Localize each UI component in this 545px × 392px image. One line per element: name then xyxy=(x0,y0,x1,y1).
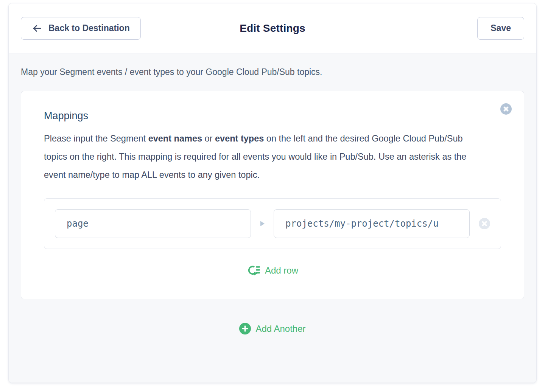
mappings-description: Please input the Segment event names or … xyxy=(44,129,485,184)
panel-body: Map your Segment events / event types to… xyxy=(9,53,536,383)
maps-to-arrow-icon xyxy=(251,220,274,227)
panel-header: Back to Destination Edit Settings Save xyxy=(9,3,536,53)
back-to-destination-button[interactable]: Back to Destination xyxy=(21,17,141,40)
add-row-button[interactable]: Add row xyxy=(247,265,298,276)
add-another-label: Add Another xyxy=(255,324,305,334)
add-row-container: Add row xyxy=(44,265,501,276)
topic-input[interactable] xyxy=(274,209,470,238)
mappings-title: Mappings xyxy=(44,110,501,122)
add-another-container: Add Another xyxy=(21,323,524,334)
back-arrow-icon xyxy=(32,23,42,34)
edit-settings-panel: Back to Destination Edit Settings Save M… xyxy=(8,3,537,383)
page: Back to Destination Edit Settings Save M… xyxy=(0,0,545,392)
event-name-input[interactable] xyxy=(55,209,251,238)
close-mappings-button[interactable] xyxy=(500,103,512,115)
add-another-button[interactable]: Add Another xyxy=(239,323,305,334)
back-button-label: Back to Destination xyxy=(48,23,130,33)
plus-icon xyxy=(239,323,251,334)
add-row-label: Add row xyxy=(265,265,298,276)
mapping-row xyxy=(44,198,501,249)
remove-row-button[interactable] xyxy=(479,218,490,229)
page-title: Edit Settings xyxy=(240,22,305,34)
remove-row-x-icon xyxy=(481,221,487,227)
mappings-card: Mappings Please input the Segment event … xyxy=(21,91,524,299)
add-row-icon xyxy=(247,265,260,276)
save-button[interactable]: Save xyxy=(477,17,524,40)
intro-text: Map your Segment events / event types to… xyxy=(21,67,524,77)
close-icon xyxy=(503,106,509,112)
